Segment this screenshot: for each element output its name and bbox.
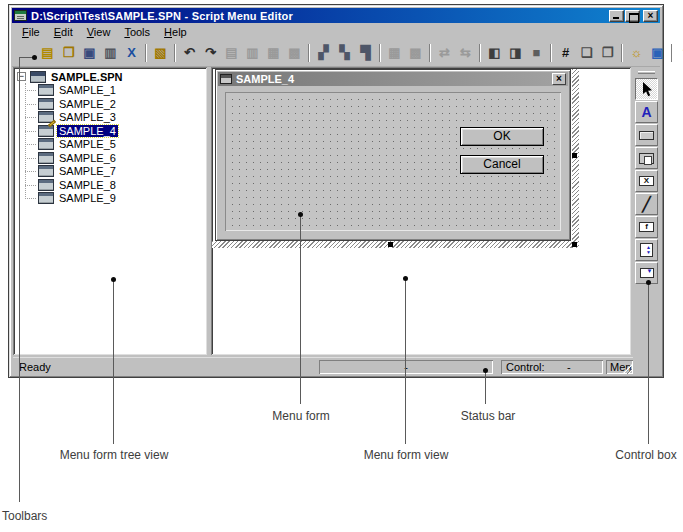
menu-item-view[interactable]: View bbox=[80, 25, 118, 39]
align-form-bottom-button[interactable]: ◨ bbox=[505, 43, 526, 63]
paste-icon: ▦ bbox=[267, 45, 279, 60]
tree-item-sample_9[interactable]: SAMPLE_9 bbox=[16, 192, 204, 206]
snap-to-grid-button[interactable]: ▩ bbox=[405, 43, 426, 63]
form-icon bbox=[38, 152, 54, 164]
align-right-icon: ▚ bbox=[340, 45, 350, 60]
delete-button[interactable]: ▩ bbox=[284, 43, 305, 63]
cursor-arrow-icon bbox=[641, 82, 653, 97]
tree-item-sample_1[interactable]: SAMPLE_1 bbox=[16, 84, 204, 98]
delete-icon: ▩ bbox=[288, 45, 300, 60]
open-file-icon: ❐ bbox=[63, 45, 75, 60]
copy-button[interactable]: ▥ bbox=[242, 43, 263, 63]
designer-client: OK Cancel bbox=[219, 88, 567, 237]
tree-item-sample_5[interactable]: SAMPLE_5 bbox=[16, 138, 204, 152]
ok-button[interactable]: OK bbox=[460, 127, 544, 146]
form-icon bbox=[220, 74, 232, 84]
callout-line bbox=[19, 57, 33, 58]
tree-item-label: SAMPLE_5 bbox=[57, 138, 118, 150]
new-menu-form-button[interactable]: ▧ bbox=[150, 43, 171, 63]
export-button[interactable]: X bbox=[121, 43, 142, 63]
minimize-button[interactable] bbox=[609, 10, 624, 22]
resize-handle-corner[interactable] bbox=[572, 242, 577, 247]
line-tool[interactable]: ╱ bbox=[635, 193, 658, 215]
same-height-button[interactable]: ⇆ bbox=[455, 43, 476, 63]
same-width-button[interactable]: ⇄ bbox=[434, 43, 455, 63]
bring-to-front-button[interactable]: ❏ bbox=[576, 43, 597, 63]
callout-line bbox=[405, 278, 406, 444]
menu-form-designer-window[interactable]: SAMPLE_4 × OK Cancel bbox=[215, 69, 571, 241]
align-rights-button[interactable]: ▚ bbox=[334, 43, 355, 63]
toolbar-separator bbox=[429, 44, 431, 62]
textbox-icon: X bbox=[639, 176, 654, 186]
letter-a-icon: A bbox=[641, 105, 651, 119]
display-button[interactable]: ▣ bbox=[647, 43, 668, 63]
tree-item-label: SAMPLE_3 bbox=[57, 111, 118, 123]
redo-icon: ↷ bbox=[205, 45, 216, 60]
help-button[interactable]: ? bbox=[676, 43, 683, 63]
button-tool[interactable] bbox=[635, 124, 658, 146]
status-menu-panel: - bbox=[319, 360, 493, 374]
toolbar: ▤❐▣▥X▧↶↷▤▥▦▩▞▚▜▦▩⇄⇆◧◨■#❏❐☼▣? bbox=[12, 39, 660, 67]
options-button[interactable]: ☼ bbox=[626, 43, 647, 63]
menu-item-edit[interactable]: Edit bbox=[47, 25, 80, 39]
send-back-icon: ❐ bbox=[602, 45, 614, 60]
tree-item-sample_7[interactable]: SAMPLE_7 bbox=[16, 165, 204, 179]
save-button[interactable]: ▣ bbox=[79, 43, 100, 63]
same-width-icon: ⇄ bbox=[439, 45, 450, 60]
print-button[interactable]: ▥ bbox=[100, 43, 121, 63]
toolbar-separator bbox=[308, 44, 310, 62]
script-menu-editor-window: D:\Script\Test\SAMPLE.SPN - Script Menu … bbox=[8, 4, 664, 378]
menu-bar: FileEditViewToolsHelp bbox=[12, 24, 660, 39]
callout-dot-tree-view bbox=[111, 277, 116, 282]
status-control-panel: Control: - bbox=[501, 360, 603, 374]
tree-item-sample_2[interactable]: SAMPLE_2 bbox=[16, 97, 204, 111]
tree-item-sample_3[interactable]: SAMPLE_3 bbox=[16, 111, 204, 125]
spinner-tool[interactable]: ▲▼ bbox=[635, 239, 658, 261]
new-menu-file-button[interactable]: ▤ bbox=[37, 43, 58, 63]
callout-label-toolbars: Toolbars bbox=[2, 509, 47, 523]
redo-button[interactable]: ↷ bbox=[200, 43, 221, 63]
menu-item-tools[interactable]: Tools bbox=[117, 25, 157, 39]
designer-title-bar: SAMPLE_4 × bbox=[218, 72, 568, 86]
maximize-button[interactable] bbox=[625, 10, 640, 22]
selection-border-right[interactable] bbox=[572, 69, 579, 248]
resize-handle-bottom[interactable] bbox=[388, 242, 393, 247]
form-icon bbox=[38, 125, 54, 137]
cancel-button[interactable]: Cancel bbox=[460, 155, 544, 174]
callout-dot-menu-form bbox=[298, 212, 303, 217]
tree-root-row[interactable]: −SAMPLE.SPN bbox=[16, 70, 204, 84]
size-to-grid-button[interactable]: ▦ bbox=[384, 43, 405, 63]
callout-line bbox=[113, 279, 114, 444]
spinner-icon: ▲▼ bbox=[640, 243, 653, 257]
label-tool[interactable]: A bbox=[635, 101, 658, 123]
selection-border-bottom[interactable] bbox=[212, 241, 579, 248]
window-title: D:\Script\Test\SAMPLE.SPN - Script Menu … bbox=[31, 10, 293, 22]
align-form-left-button[interactable]: ◧ bbox=[484, 43, 505, 63]
tree-item-sample_8[interactable]: SAMPLE_8 bbox=[16, 178, 204, 192]
close-button[interactable]: × bbox=[643, 10, 658, 22]
pointer-tool[interactable] bbox=[635, 78, 658, 100]
align-lefts-button[interactable]: ▞ bbox=[313, 43, 334, 63]
dock-grip[interactable] bbox=[638, 71, 655, 74]
cut-button[interactable]: ▤ bbox=[221, 43, 242, 63]
callout-label-menu-form: Menu form bbox=[272, 409, 329, 423]
undo-button[interactable]: ↶ bbox=[179, 43, 200, 63]
textbox-tool[interactable]: X bbox=[635, 170, 658, 192]
picture-tool[interactable] bbox=[635, 147, 658, 169]
designer-close-button[interactable]: × bbox=[552, 73, 566, 85]
status-message: Ready bbox=[19, 361, 51, 373]
function-key-tool[interactable]: f bbox=[635, 216, 658, 238]
send-to-back-button[interactable]: ❐ bbox=[597, 43, 618, 63]
copy-icon: ▥ bbox=[246, 45, 258, 60]
menu-item-file[interactable]: File bbox=[15, 25, 47, 39]
menu-item-help[interactable]: Help bbox=[157, 25, 194, 39]
center-on-form-button[interactable]: ■ bbox=[526, 43, 547, 63]
align-tops-button[interactable]: ▜ bbox=[355, 43, 376, 63]
tree-item-label: SAMPLE_2 bbox=[57, 98, 118, 110]
paste-button[interactable]: ▦ bbox=[263, 43, 284, 63]
tree-item-sample_6[interactable]: SAMPLE_6 bbox=[16, 151, 204, 165]
show-grid-button[interactable]: # bbox=[555, 43, 576, 63]
open-menu-file-button[interactable]: ❐ bbox=[58, 43, 79, 63]
tree-item-sample_4[interactable]: SAMPLE_4 bbox=[16, 124, 204, 138]
resize-handle-right[interactable] bbox=[572, 153, 577, 158]
